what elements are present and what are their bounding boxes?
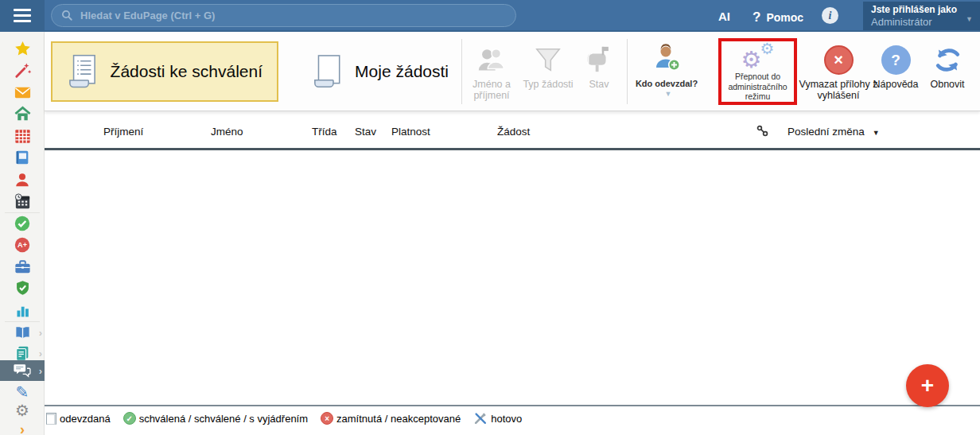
- sidebar-item-calendar[interactable]: [0, 191, 45, 212]
- link-icon[interactable]: [756, 124, 769, 138]
- legend-item-done: hotovo: [473, 411, 522, 425]
- notebook-icon: [14, 149, 31, 166]
- chevron-down-icon: ▼: [966, 15, 973, 23]
- svg-text:A+: A+: [18, 241, 27, 249]
- legend-label: hotovo: [491, 413, 522, 425]
- logged-in-as-label: Jste přihlášen jako: [871, 4, 964, 16]
- home-icon: [14, 105, 32, 123]
- sidebar-item-messages[interactable]: [0, 82, 45, 103]
- open-book-icon: [14, 324, 32, 341]
- sidebar-item-wizard[interactable]: [0, 60, 45, 80]
- legend-label: odevzdaná: [60, 413, 111, 425]
- person-add-icon: [651, 43, 682, 75]
- tab-my-requests[interactable]: Moje žádosti: [298, 41, 463, 102]
- column-header-last-change[interactable]: Poslední změna▼: [788, 126, 880, 138]
- chevron-right-icon: ›: [39, 365, 42, 377]
- red-x-circle-icon: ×: [824, 45, 854, 75]
- sidebar-item-statistics[interactable]: [0, 300, 45, 320]
- sidebar-item-attendance[interactable]: [0, 213, 45, 234]
- sidebar-item-grades[interactable]: A+: [0, 235, 45, 255]
- column-header-class[interactable]: Třída: [312, 126, 337, 138]
- toolbar-divider: [627, 39, 628, 104]
- sort-desc-icon: ▼: [873, 129, 880, 137]
- filter-type-button: Typ žádosti: [519, 41, 577, 90]
- admin-mode-button admin-mode-highlight-box[interactable]: ⚙ ⚙ Přepnout do administračního režimu: [718, 38, 797, 105]
- gears-icon: ⚙ ⚙: [741, 44, 775, 70]
- logged-in-role: Administrátor: [871, 16, 964, 28]
- sidebar-item-agenda[interactable]: [0, 256, 45, 277]
- filter-status-button: Stav: [576, 41, 622, 90]
- logged-in-user-dropdown[interactable]: Jste přihlášen jako Administrátor ▼: [863, 2, 980, 30]
- refresh-button[interactable]: Obnovit: [921, 41, 974, 90]
- pen-icon: ✎: [16, 384, 29, 400]
- bar-chart-icon: [14, 302, 31, 319]
- sidebar-item-favorites[interactable]: [0, 38, 45, 59]
- ai-button[interactable]: AI: [718, 10, 730, 23]
- sidebar-item-settings[interactable]: ⚙: [0, 400, 45, 421]
- table-header-rule: [45, 148, 980, 150]
- magic-wand-icon: [14, 61, 32, 80]
- chat-bubbles-icon: [13, 363, 32, 379]
- chevron-right-icon: ›: [20, 422, 25, 435]
- button-label: Obnovit: [930, 79, 964, 90]
- chevron-right-icon: ›: [39, 348, 42, 359]
- question-mark-icon: ?: [752, 10, 760, 25]
- search-input[interactable]: [51, 4, 516, 27]
- sidebar-item-timetable[interactable]: [0, 126, 45, 146]
- question-circle-icon: ?: [881, 45, 911, 75]
- shield-check-icon: [14, 279, 31, 297]
- column-header-validity[interactable]: Platnost: [391, 126, 430, 138]
- check-circle-icon: [14, 215, 31, 232]
- filter-name-button: Jméno a příjmení: [465, 41, 519, 102]
- column-header-surname[interactable]: Příjmení: [103, 126, 143, 138]
- search-icon: [61, 10, 73, 21]
- tab-label: Žádosti ke schválení: [111, 62, 262, 81]
- mail-icon: [14, 84, 32, 102]
- timetable-grid-icon: [14, 127, 32, 146]
- sidebar-item-contacts[interactable]: [0, 169, 45, 190]
- legend-item-submitted: odevzdaná: [46, 413, 111, 425]
- blank-scroll-icon: [312, 49, 344, 95]
- global-search: [51, 4, 516, 27]
- sidebar-item-security[interactable]: [0, 278, 45, 298]
- red-x-circle-icon: ×: [321, 412, 333, 425]
- green-check-circle-icon: ✓: [123, 412, 136, 425]
- table-header: Příjmení Jméno Třída Stav Platnost Žádos…: [45, 111, 980, 150]
- sidebar-item-home[interactable]: [0, 103, 45, 124]
- crossed-tools-icon: [473, 411, 488, 425]
- hamburger-menu-button[interactable]: [0, 0, 45, 30]
- chevron-down-icon: ▼: [665, 90, 672, 98]
- refresh-icon: [933, 45, 962, 75]
- legend-label: schválená / schválené / s vyjádřením: [139, 413, 308, 425]
- column-header-status[interactable]: Stav: [355, 126, 376, 138]
- tab-label: Moje žádosti: [355, 62, 449, 81]
- sidebar-item-classregister[interactable]: [0, 147, 45, 168]
- add-request-fab[interactable]: +: [906, 364, 949, 407]
- calendar-clock-icon: [14, 192, 32, 211]
- help-label: Pomoc: [766, 11, 803, 24]
- people-icon: [475, 46, 508, 75]
- hamburger-icon: [14, 9, 31, 22]
- star-icon: [14, 40, 32, 58]
- sidebar-item-requests[interactable]: ›: [0, 360, 45, 381]
- main-content: Žádosti ke schválení Moje žádosti Jméno: [45, 32, 980, 435]
- status-legend: odevzdaná ✓ schválená / schválené / s vy…: [46, 409, 522, 428]
- sidebar-item-library[interactable]: ›: [0, 322, 45, 343]
- help-menu-button[interactable]: ? Pomoc: [752, 10, 803, 25]
- info-icon[interactable]: i: [822, 7, 838, 24]
- toolbar-divider: [461, 39, 462, 104]
- tab-requests-to-approve[interactable]: Žádosti ke schválení: [51, 41, 278, 102]
- funnel-icon: [532, 45, 564, 75]
- column-header-name[interactable]: Jméno: [211, 126, 243, 138]
- who-submitted-button[interactable]: Kdo odevzdal?▼: [635, 41, 698, 98]
- gear-icon: ⚙: [15, 402, 29, 418]
- legend-divider: [45, 405, 980, 406]
- sidebar-item-expand[interactable]: ›: [0, 419, 45, 435]
- request-list-scroll-icon: [67, 49, 99, 95]
- chevron-right-icon: ›: [39, 327, 42, 339]
- person-icon: [14, 171, 31, 188]
- help-button[interactable]: ? Nápověda: [869, 41, 922, 90]
- column-header-request[interactable]: Žádost: [497, 126, 530, 138]
- legend-item-approved: ✓ schválená / schválené / s vyjádřením: [123, 412, 308, 425]
- button-label: Přepnout do administračního režimu: [721, 72, 794, 102]
